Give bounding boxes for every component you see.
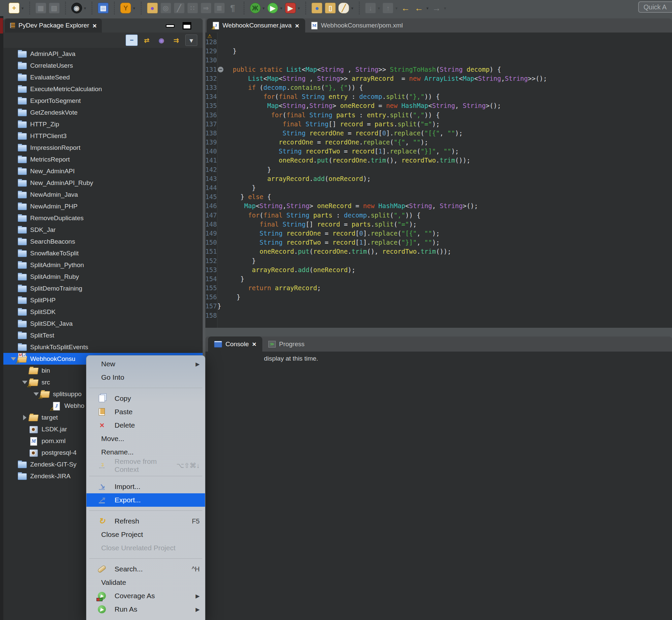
code-line-141[interactable]: 141 oneRecord.put(recordOne.trim(), reco… xyxy=(205,156,672,165)
dropdown-arrow-icon[interactable]: ▾ xyxy=(280,6,282,11)
tree-item-sdk-jar[interactable]: SDK_Jar xyxy=(3,224,203,236)
code-line-153[interactable]: 153 arrayRecord.add(oneRecord); xyxy=(205,265,672,274)
tree-item-snowflaketosplit[interactable]: SnowflakeToSplit xyxy=(3,247,203,259)
run-icon[interactable]: ▶ xyxy=(267,3,278,13)
dropdown-arrow-icon[interactable]: ▾ xyxy=(263,6,265,11)
menu-item-refresh[interactable]: ↻RefreshF5 xyxy=(87,514,205,528)
tree-item-splitsdk[interactable]: SplitSDK xyxy=(3,306,203,318)
tree-item-newadmin-java[interactable]: NewAdmin_Java xyxy=(3,189,203,200)
dropdown-arrow-icon[interactable]: ▾ xyxy=(351,6,353,11)
console-tab-progress[interactable]: ≫Progress xyxy=(262,337,311,352)
dropdown-arrow-icon[interactable]: ▾ xyxy=(84,6,87,11)
back-icon[interactable]: ← xyxy=(414,3,425,13)
link-swap-icon[interactable]: ⇄ xyxy=(141,35,153,46)
menu-item-new[interactable]: New▶ xyxy=(87,357,205,371)
menu-item-run-as[interactable]: ▶Run As▶ xyxy=(87,603,205,616)
external-tools-icon[interactable]: ▶ xyxy=(285,3,296,13)
menu-item-go-into[interactable]: Go Into xyxy=(87,371,205,384)
tree-item-newadmin-php[interactable]: NewAdmin_PHP xyxy=(3,200,203,212)
code-line-140[interactable]: 140 String recordTwo = record[1].replace… xyxy=(205,147,672,156)
tree-item-splitsdk-java[interactable]: SplitSDK_Java xyxy=(3,318,203,329)
code-line-154[interactable]: 154 } xyxy=(205,274,672,283)
account-icon[interactable]: ◉ xyxy=(71,3,82,13)
editor-tab-webhookconsumer-java[interactable]: J⚠WebhookConsumer.java× xyxy=(207,18,305,33)
menu-item-paste[interactable]: Paste xyxy=(87,405,205,419)
tree-item-getzendeskvote[interactable]: GetZendeskVote xyxy=(3,107,203,118)
close-icon[interactable]: × xyxy=(93,22,97,29)
tree-item-splitadmin-ruby[interactable]: SplitAdmin_Ruby xyxy=(3,271,203,282)
code-line-146[interactable]: 146 Map<String,String> oneRecord = new H… xyxy=(205,201,672,210)
minimize-icon[interactable] xyxy=(166,24,174,28)
view-menu-icon[interactable]: ▾ xyxy=(185,35,197,46)
tree-item-httpclient3[interactable]: HTTPClient3 xyxy=(3,130,203,142)
code-line-128[interactable]: 128 xyxy=(205,38,672,47)
code-line-150[interactable]: 150 String recordTwo = record[1].replace… xyxy=(205,238,672,247)
code-line-142[interactable]: 142 } xyxy=(205,165,672,174)
dropdown-arrow-icon[interactable]: ▾ xyxy=(133,6,135,11)
maximize-icon[interactable] xyxy=(182,22,191,30)
code-line-138[interactable]: 138 String recordOne = record[0].replace… xyxy=(205,129,672,138)
marker-pen-icon[interactable]: ╱ xyxy=(338,3,349,13)
clip-folder-icon[interactable]: ▯ xyxy=(325,3,336,13)
menu-item-export[interactable]: ↗Export... xyxy=(87,493,205,507)
tree-item-evaluateseed[interactable]: EvaluateSeed xyxy=(3,71,203,83)
code-line-152[interactable]: 152 } xyxy=(205,256,672,265)
tree-item-executemetriccalculation[interactable]: ExecuteMetricCalculation xyxy=(3,83,203,95)
menu-item-validate[interactable]: Validate xyxy=(87,576,205,589)
menu-item-copy[interactable]: Copy xyxy=(87,392,205,405)
code-line-149[interactable]: 149 String recordOne = record[0].replace… xyxy=(205,229,672,238)
tree-item-correlateusers[interactable]: CorrelateUsers xyxy=(3,60,203,71)
dropdown-arrow-icon[interactable]: ▾ xyxy=(427,6,429,11)
code-line-132[interactable]: 132 List<Map<String , String>> arrayReco… xyxy=(205,74,672,83)
tree-item-http-zip[interactable]: HTTP_Zip xyxy=(3,118,203,130)
tab-pydev-package-explorer[interactable]: PyDev Package Explorer × xyxy=(5,18,102,33)
tree-item-adminapi-java[interactable]: AdminAPI_Java xyxy=(3,48,203,60)
code-line-129[interactable]: 129 } xyxy=(205,47,672,56)
code-line-133[interactable]: 133 if (decomp.contains("}, {")) { xyxy=(205,83,672,92)
collapsed-arrow-icon[interactable] xyxy=(21,415,29,420)
code-line-137[interactable]: 137 final String[] record = parts.split(… xyxy=(205,120,672,129)
tree-item-splitadmin-python[interactable]: SplitAdmin_Python xyxy=(3,259,203,271)
tree-item-splitphp[interactable]: SplitPHP xyxy=(3,294,203,306)
dropdown-arrow-icon[interactable]: ▾ xyxy=(298,6,300,11)
code-line-130[interactable]: 130 xyxy=(205,56,672,65)
code-line-135[interactable]: 135 Map<String,String> oneRecord = new H… xyxy=(205,101,672,110)
code-line-157[interactable]: 157} xyxy=(205,302,672,311)
editor-tab-webhookconsumer-pom-xml[interactable]: MWebhookConsumer/pom.xml xyxy=(305,18,409,33)
tree-item-splitdemotraining[interactable]: SplitDemoTraining xyxy=(3,282,203,294)
tree-item-exporttosegment[interactable]: ExportToSegment xyxy=(3,95,203,107)
menu-item-move[interactable]: Move... xyxy=(87,432,205,446)
code-line-156[interactable]: 156 } xyxy=(205,293,672,302)
link-with-editor-icon[interactable]: ⇉ xyxy=(170,35,182,46)
close-icon[interactable]: × xyxy=(295,22,299,29)
tree-item-removeduplicates[interactable]: RemoveDuplicates xyxy=(3,212,203,224)
tree-item-new-adminapi-ruby[interactable]: New_AdminAPI_Ruby xyxy=(3,177,203,189)
menu-item-rename[interactable]: Rename... xyxy=(87,446,205,459)
tree-item-metricsreport[interactable]: MetricsReport xyxy=(3,154,203,165)
console-view-icon[interactable]: ▤ xyxy=(98,3,109,13)
tree-item-new-adminapi[interactable]: New_AdminAPI xyxy=(3,165,203,177)
code-line-148[interactable]: 148 final String[] record = parts.split(… xyxy=(205,220,672,229)
code-line-134[interactable]: 134 for(final String entry : decomp.spli… xyxy=(205,92,672,101)
debug-folder-icon[interactable]: ● xyxy=(147,3,158,13)
tree-item-impressionreport[interactable]: ImpressionReport xyxy=(3,142,203,154)
dropdown-arrow-icon[interactable]: ▾ xyxy=(21,6,24,11)
quick-access-box[interactable]: Quick A xyxy=(638,1,672,13)
code-line-158[interactable]: 158 xyxy=(205,311,672,320)
menu-item-import[interactable]: ↘Import... xyxy=(87,480,205,493)
code-line-144[interactable]: 144 } xyxy=(205,183,672,192)
code-line-151[interactable]: 151 oneRecord.put(recordOne.trim(), reco… xyxy=(205,247,672,256)
code-line-145[interactable]: 145 } else { xyxy=(205,192,672,201)
menu-item-search[interactable]: Search...^H xyxy=(87,562,205,576)
tree-item-searchbeacons[interactable]: SearchBeacons xyxy=(3,236,203,247)
last-edit-icon[interactable]: ← xyxy=(400,3,411,13)
collapse-all-icon[interactable]: − xyxy=(126,35,138,46)
code-line-155[interactable]: 155 return arrayRecord; xyxy=(205,283,672,293)
code-editor[interactable]: ⚠ 128129 }130131− public static List<Map… xyxy=(205,33,672,328)
menu-item-delete[interactable]: ×Delete xyxy=(87,419,205,432)
code-line-147[interactable]: 147 for(final String parts : decomp.spli… xyxy=(205,211,672,220)
split-bug-icon[interactable]: Y xyxy=(120,3,131,13)
code-line-143[interactable]: 143 arrayRecord.add(oneRecord); xyxy=(205,174,672,183)
code-line-136[interactable]: 136 for(final String parts : entry.split… xyxy=(205,111,672,120)
code-line-131[interactable]: 131− public static List<Map<String , Str… xyxy=(205,65,672,74)
